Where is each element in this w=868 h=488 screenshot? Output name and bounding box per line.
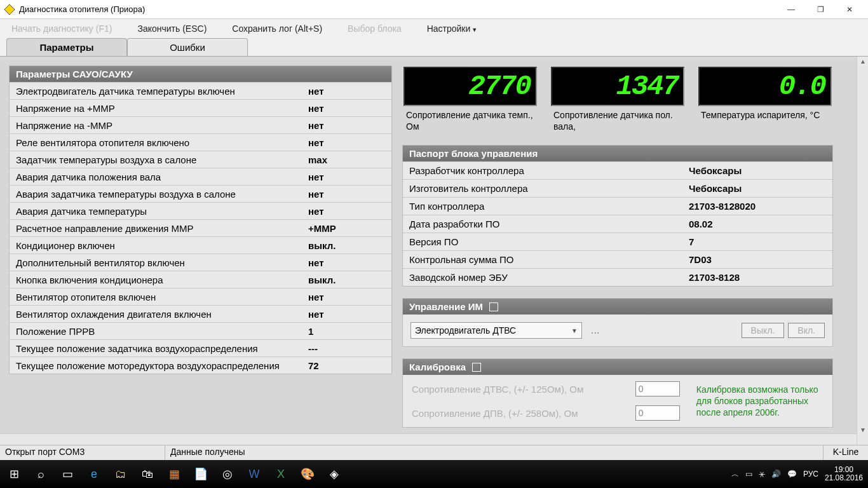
param-label: Кондиционер включен [16, 240, 308, 251]
param-row: Напряжение на -ММРнет [10, 116, 391, 133]
status-port: Открыт порт COM3 [0, 445, 165, 460]
word-icon[interactable]: W [243, 463, 266, 485]
explorer-icon[interactable]: 🗂 [109, 463, 132, 485]
param-label: Дополнительный вентилятор включен [16, 257, 308, 268]
info-value: Чебоксары [689, 165, 742, 176]
tray-chevron-icon[interactable]: ︿ [731, 469, 739, 480]
param-label: Авария задатчика температуры воздуха в с… [16, 189, 308, 200]
passport-header: Паспорт блока управления [403, 146, 832, 161]
actuator-state: ... [591, 325, 599, 336]
search-icon[interactable]: ⌕ [29, 463, 52, 485]
language-indicator[interactable]: РУС [803, 470, 818, 478]
param-value: выкл. [308, 274, 336, 285]
start-button[interactable]: ⊞ [3, 463, 25, 485]
param-label: Реле вентилятора отопителя включено [16, 137, 308, 148]
titlebar: Диагностика отопителя (Приора) — ❐ ✕ [0, 0, 868, 19]
menu-block-select[interactable]: Выбор блока [348, 24, 402, 34]
param-label: Вентилятор отопителя включен [16, 292, 308, 302]
param-value: нет [308, 103, 324, 114]
param-row: Кнопка включения кондиционеравыкл. [10, 271, 391, 288]
gauge: 1347Сопротивление датчика пол. вала, [551, 67, 684, 132]
tab-parameters[interactable]: Параметры [6, 38, 127, 56]
notifications-icon[interactable]: 💬 [787, 470, 797, 478]
info-value: 21703-8128 [689, 272, 740, 283]
info-label: Контрольная сумма ПО [409, 254, 689, 265]
param-label: Текущее положение моторедуктора воздухор… [16, 360, 308, 371]
actuator-off-button[interactable]: Выкл. [742, 323, 785, 338]
taskbar-app-2[interactable]: 📄 [189, 463, 212, 485]
close-button[interactable]: ✕ [835, 0, 864, 19]
param-row: Положение ПРРВ1 [10, 322, 391, 339]
calibration-input[interactable] [635, 405, 680, 421]
menu-stop[interactable]: Закончить (ESC) [137, 24, 207, 34]
app-taskbar-icon[interactable]: ◈ [323, 463, 346, 485]
status-data: Данные получены [165, 445, 824, 460]
params-header: Параметры САУО/САУКУ [10, 66, 391, 82]
param-value: нет [308, 257, 324, 268]
info-row: Дата разработки ПО08.02 [403, 215, 832, 233]
battery-icon[interactable]: ▭ [745, 470, 752, 478]
gauge-caption: Температура испарителя, °С [698, 106, 832, 121]
wifi-icon[interactable]: ⚹ [759, 470, 765, 478]
param-row: Дополнительный вентилятор включеннет [10, 254, 391, 271]
param-label: Электродвигатель датчика температуры вкл… [16, 86, 308, 97]
info-label: Заводской номер ЭБУ [409, 272, 689, 283]
param-label: Задатчик температуры воздуха в салоне [16, 154, 308, 165]
minimize-button[interactable]: — [776, 0, 806, 19]
param-value: +ММР [308, 223, 336, 234]
horizontal-scrollbar[interactable] [0, 433, 857, 445]
store-icon[interactable]: 🛍 [136, 463, 159, 485]
info-value: 7 [689, 236, 694, 247]
excel-icon[interactable]: X [269, 463, 292, 485]
param-label: Вентилятор охлаждения двигателя включен [16, 309, 308, 320]
param-value: выкл. [308, 240, 336, 251]
taskview-icon[interactable]: ▭ [56, 463, 79, 485]
app-icon [4, 4, 15, 15]
menu-save-log[interactable]: Сохранить лог (Alt+S) [232, 24, 322, 34]
paint-icon[interactable]: 🎨 [296, 463, 319, 485]
info-row: Изготовитель контроллераЧебоксары [403, 179, 832, 197]
param-label: Напряжение на -ММР [16, 120, 308, 131]
param-label: Расчетное направление движения ММР [16, 223, 308, 234]
param-label: Авария датчика положения вала [16, 172, 308, 182]
gauge-caption: Сопротивление датчика темп., Ом [403, 106, 537, 132]
actuator-on-button[interactable]: Вкл. [788, 323, 825, 338]
calibration-input[interactable] [635, 381, 680, 396]
taskbar: ⊞ ⌕ ▭ e 🗂 🛍 ▦ 📄 ◎ W X 🎨 ◈ ︿ ▭ ⚹ 🔊 💬 РУС … [0, 460, 868, 488]
gauge: 2770Сопротивление датчика темп., Ом [403, 67, 537, 132]
maximize-button[interactable]: ❐ [806, 0, 835, 19]
info-row: Тип контроллера21703-8128020 [403, 197, 832, 215]
info-value: Чебоксары [689, 183, 742, 194]
window-title: Диагностика отопителя (Приора) [19, 4, 776, 14]
info-row: Версия ПО7 [403, 233, 832, 250]
main-content: Параметры САУО/САУКУ Электродвигатель да… [0, 56, 868, 445]
status-kline: K-Line [824, 445, 868, 460]
param-row: Кондиционер включенвыкл. [10, 236, 391, 254]
gauges-row: 2770Сопротивление датчика темп., Ом1347С… [402, 65, 833, 133]
actuator-select[interactable]: Электродвигатель ДТВС ▼ [410, 322, 582, 339]
actuator-header: Управление ИМ [403, 299, 832, 315]
info-value: 21703-8128020 [689, 201, 756, 212]
calibration-note: Калибровка возможна только для блоков ра… [680, 381, 824, 421]
tabs: Параметры Ошибки [0, 38, 868, 56]
clock[interactable]: 19:00 21.08.2016 [825, 466, 865, 482]
calibration-section: Калибровка Сопротивление ДТВС, (+/- 125О… [402, 358, 833, 428]
menu-settings[interactable]: Настройки▼ [427, 24, 478, 34]
param-row: Авария задатчика температуры воздуха в с… [10, 185, 391, 202]
param-label: Авария датчика температуры [16, 206, 308, 217]
svg-marker-0 [4, 4, 15, 14]
param-value: 72 [308, 360, 319, 371]
tab-errors[interactable]: Ошибки [127, 38, 248, 56]
taskbar-app-1[interactable]: ▦ [163, 463, 186, 485]
volume-icon[interactable]: 🔊 [771, 470, 781, 478]
menu-start-diagnostics[interactable]: Начать диагностику (F1) [11, 24, 112, 34]
param-label: Текущее положение задатчика воздухораспр… [16, 343, 308, 354]
chrome-icon[interactable]: ◎ [216, 463, 239, 485]
param-row: Расчетное направление движения ММР+ММР [10, 219, 391, 236]
edge-icon[interactable]: e [83, 463, 105, 485]
info-value: 7D03 [689, 254, 712, 265]
vertical-scrollbar[interactable] [857, 57, 868, 445]
param-row: Авария датчика температурынет [10, 202, 391, 219]
params-section: Параметры САУО/САУКУ Электродвигатель да… [9, 65, 392, 374]
passport-section: Паспорт блока управления Разработчик кон… [402, 145, 833, 287]
